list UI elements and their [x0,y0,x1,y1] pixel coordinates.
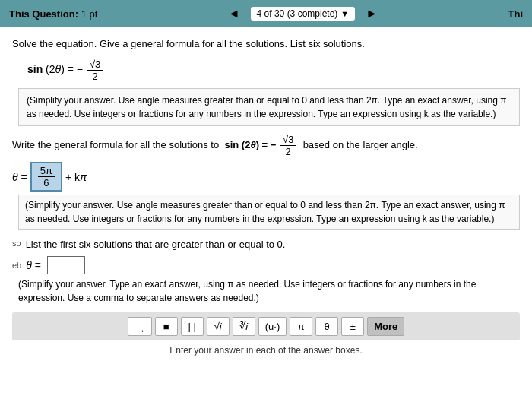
side-label-sol: so [12,239,21,248]
theta-eq-label2: θ = [26,259,41,271]
theta-eq-label: θ = [12,171,27,183]
list-solutions-label: List the first six solutions that are gr… [26,239,286,250]
progress-text: 4 of 30 (3 complete) [257,8,338,19]
toolbar-btn-theta[interactable]: θ [315,317,338,336]
toolbar-btn-pi[interactable]: π [290,317,312,336]
fraction-inline: √3 2 [280,134,296,157]
right-label: Thi [508,8,524,20]
question-text: Solve the equation. Give a general formu… [12,38,520,49]
theta-answer-row: θ = 5π 6 + kπ [12,162,520,192]
navigation-center: ◄ 4 of 30 (3 complete) ▼ ► [223,5,382,22]
instruction-2: (Simplify your answer. Use angle measure… [18,195,520,230]
toolbar-btn-abs[interactable]: | | [181,317,204,336]
next-arrow[interactable]: ► [361,5,382,22]
write-general-eq: sin (2θ) = − [224,139,276,150]
toolbar-btn-frac[interactable]: ⁻ͺ [128,317,152,336]
main-content: Solve the equation. Give a general formu… [0,27,532,399]
5pi-6: 5π 6 [38,165,55,188]
more-button[interactable]: More [367,317,404,336]
write-general-label: Write the general formula for all the so… [12,134,520,157]
sqrt3-over-2: √3 2 [87,59,103,82]
toolbar-btn-sq[interactable]: ■ [155,317,178,336]
toolbar-btn-parens[interactable]: (u·) [258,317,287,336]
side-label-eb: eb [12,261,21,270]
enter-answer-note: Enter your answer in each of the answer … [12,345,520,356]
main-equation: sin (2θ) = − √3 2 [27,59,520,82]
prev-arrow[interactable]: ◄ [223,5,245,22]
toolbar-btn-cbrt[interactable]: ∛i [233,317,255,336]
progress-dropdown[interactable]: ▼ [340,9,349,18]
instruction-1: (Simplify your answer. Use angle measure… [18,88,520,126]
numerator: √3 [87,59,103,71]
top-bar: This Question: 1 pt ◄ 4 of 30 (3 complet… [0,0,532,27]
sin-2theta: sin (2θ) = − [27,63,83,75]
side-label-row: so List the first six solutions that are… [12,233,520,253]
answer-highlighted[interactable]: 5π 6 [30,162,62,192]
toolbar-btn-plusminus[interactable]: ± [341,317,364,336]
theta-input-row: eb θ = [12,256,520,274]
theta-input-box[interactable] [47,256,85,274]
math-toolbar: ⁻ͺ ■ | | √i ∛i (u·) π θ ± More [12,312,520,340]
question-label: This Question: 1 pt [9,8,97,20]
toolbar-btn-sqrt[interactable]: √i [207,317,230,336]
denominator: 2 [90,71,100,82]
kpi-label: + kπ [65,171,87,183]
simplify-note2: (Simplify your answer. Type an exact ans… [18,277,520,305]
progress-info: 4 of 30 (3 complete) ▼ [251,7,356,21]
